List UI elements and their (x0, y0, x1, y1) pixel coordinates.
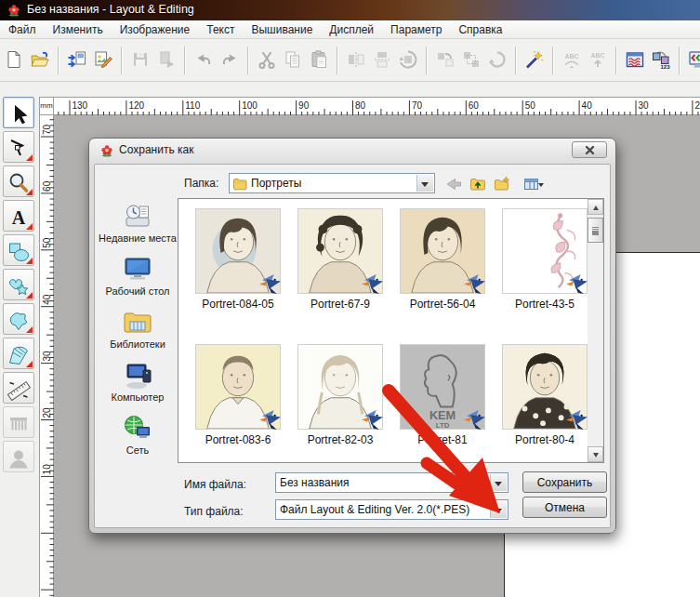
back-button (443, 174, 464, 194)
menu-item-image[interactable]: Изображение (112, 20, 199, 39)
freeform-shape-icon (4, 309, 33, 333)
rotate-icon (398, 49, 418, 70)
new-document-button[interactable] (2, 46, 26, 73)
magic-wand-icon (524, 49, 545, 70)
svg-text:A: A (12, 207, 26, 228)
manual-punch-icon (4, 343, 33, 367)
menu-item-sew[interactable]: Вышивание (243, 20, 321, 39)
realistic-preview-button[interactable] (686, 46, 700, 73)
paste-icon (309, 49, 329, 70)
svg-text:80: 80 (355, 100, 366, 111)
sewing-order-button[interactable]: 123 (649, 46, 673, 73)
place-computer[interactable]: Компьютер (99, 360, 177, 403)
file-type-value: Файл Layout & Editing Ver. 2.0(*.PES) (280, 503, 489, 516)
save-as-dialog: Сохранить как Папка: Портреты (88, 138, 616, 534)
scroll-down-button[interactable] (588, 446, 603, 462)
file-name-label: Имя файла: (184, 478, 246, 491)
svg-text:130: 130 (73, 100, 88, 111)
tool-decorative-shapes[interactable] (3, 269, 34, 300)
recent-places-icon (99, 201, 177, 231)
menu-item-file[interactable]: Файл (0, 20, 45, 39)
tool-palette: A (0, 97, 39, 597)
open-design-icon (30, 49, 50, 70)
embroidery-bird-logo-icon (463, 408, 488, 431)
tool-text[interactable]: A (3, 200, 34, 232)
view-menu-button[interactable] (516, 174, 546, 194)
file-name-text: Portret-083-6 (187, 433, 289, 446)
stitch-attributes-icon (4, 412, 33, 436)
embroidery-bird-logo-icon (258, 408, 284, 431)
file-type-combobox[interactable]: Файл Layout & Editing Ver. 2.0(*.PES) (275, 499, 508, 520)
thread-chart-button[interactable] (623, 46, 647, 73)
rotate-button (396, 46, 420, 73)
toolbar-separator (58, 46, 59, 74)
toolbar-separator (426, 46, 428, 74)
place-libraries[interactable]: Библиотеки (99, 307, 177, 350)
toolbar: ABCABC123 (0, 39, 700, 82)
svg-text:110: 110 (185, 100, 200, 111)
embroidery-bird-logo-icon (463, 272, 488, 296)
tool-shapes[interactable] (3, 234, 34, 266)
undo-icon (193, 49, 214, 70)
save-design-button (128, 46, 152, 73)
open-image-button[interactable] (91, 46, 115, 73)
new-folder-button[interactable] (492, 174, 512, 194)
save-button[interactable]: Сохранить (522, 471, 607, 493)
tool-freeform-shape[interactable] (3, 303, 34, 335)
svg-text:30: 30 (42, 351, 52, 362)
tool-select[interactable] (3, 97, 34, 128)
svg-text:60: 60 (469, 100, 480, 111)
file-name-text: Portret-084-05 (187, 298, 289, 311)
up-one-level-button[interactable] (468, 174, 488, 194)
place-network[interactable]: Сеть (99, 413, 177, 456)
place-desktop[interactable]: Рабочий стол (99, 254, 177, 297)
open-design-button[interactable] (28, 46, 52, 73)
magic-wand-button[interactable] (522, 46, 547, 73)
dialog-client-area: Папка: Портреты Недавние местаРабочий ст… (94, 164, 611, 528)
file-thumbnail (502, 208, 588, 294)
dialog-title-bar: Сохранить как (89, 139, 615, 164)
svg-text:KEM: KEM (429, 408, 456, 422)
shapes-icon (4, 240, 33, 264)
file-type-dropdown[interactable] (490, 501, 507, 518)
svg-text:20: 20 (694, 100, 700, 111)
dialog-close-button[interactable] (572, 141, 607, 158)
tool-point-edit[interactable] (3, 131, 34, 163)
scroll-up-button[interactable] (588, 199, 603, 215)
menu-item-text[interactable]: Текст (198, 20, 243, 39)
group-objects-button (459, 46, 483, 73)
svg-text:LTD: LTD (436, 421, 450, 429)
folder-combobox[interactable]: Портреты (229, 173, 435, 193)
menu-item-display[interactable]: Дисплей (321, 20, 382, 39)
file-name-combobox[interactable]: Без названия (275, 472, 508, 493)
menu-item-help[interactable]: Справка (450, 20, 510, 39)
scrollbar-thumb[interactable] (588, 218, 603, 243)
toolbar-separator (121, 46, 123, 74)
tool-measure[interactable] (3, 372, 34, 404)
menu-item-edit[interactable]: Изменить (45, 20, 112, 39)
tool-portrait (3, 441, 34, 472)
place-recent-places[interactable]: Недавние места (99, 201, 177, 244)
file-name-text: Portret-82-03 (289, 433, 391, 446)
import-design-button[interactable] (65, 46, 89, 73)
cancel-button[interactable]: Отмена (522, 497, 607, 518)
ruler-unit-box: mm (39, 97, 54, 115)
flip-horizontal-icon (346, 49, 366, 70)
view-menu-arrow-icon (538, 183, 544, 190)
tool-manual-punch[interactable] (3, 338, 34, 369)
portrait-icon (4, 446, 33, 471)
fit-text-to-arc-button: ABC (560, 46, 584, 73)
svg-text:120: 120 (128, 100, 144, 111)
place-label: Компьютер (99, 391, 177, 403)
toolbar-separator (679, 46, 680, 74)
file-name-dropdown[interactable] (490, 474, 507, 491)
refresh-icon (487, 49, 508, 70)
folder-combobox-dropdown[interactable] (416, 175, 433, 192)
sewing-order-icon: 123 (651, 49, 671, 70)
tool-zoom[interactable] (3, 166, 34, 197)
file-name-text: Portret-81 (391, 433, 494, 446)
menu-item-option[interactable]: Параметр (382, 20, 450, 39)
file-thumbnail (297, 344, 383, 430)
flip-horizontal-button (344, 46, 368, 73)
realistic-preview-icon (688, 49, 700, 70)
